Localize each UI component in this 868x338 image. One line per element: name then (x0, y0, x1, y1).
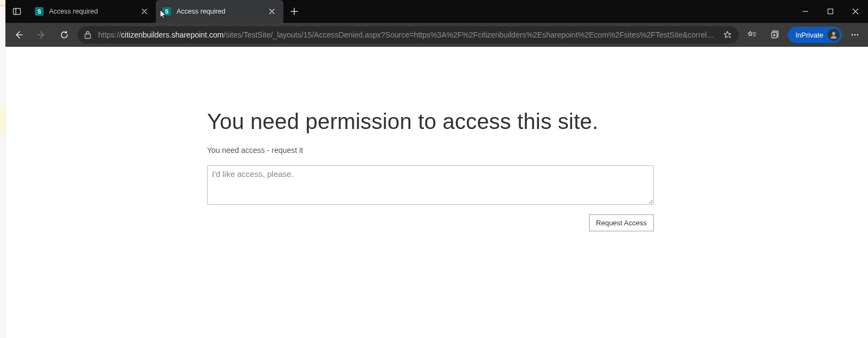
tab-actions-button[interactable] (5, 0, 28, 23)
panel-icon (13, 7, 21, 16)
svg-point-9 (857, 34, 859, 36)
background-window-sliver (0, 0, 5, 338)
close-icon (852, 8, 859, 15)
address-bar[interactable]: https://citizenbuilders.sharepoint.com/s… (77, 26, 739, 44)
settings-menu-button[interactable] (845, 26, 865, 44)
close-icon (269, 9, 275, 14)
refresh-icon (59, 30, 69, 40)
tab-close-button[interactable] (267, 7, 277, 16)
sharepoint-favicon-icon: S (35, 7, 44, 16)
ellipsis-icon (850, 30, 860, 40)
tab-1[interactable]: S Access required (28, 0, 156, 23)
tab-title: Access required (177, 8, 262, 15)
nav-back-button[interactable] (9, 26, 28, 44)
nav-forward-button[interactable] (32, 26, 51, 44)
svg-point-6 (832, 32, 835, 35)
tab-title: Access required (49, 8, 134, 15)
url-host: citizenbuilders.sharepoint.com (121, 30, 223, 39)
svg-point-7 (852, 34, 853, 36)
plus-icon (290, 8, 298, 15)
action-row: Request Access (207, 214, 654, 231)
inprivate-label: InPrivate (796, 31, 823, 39)
request-access-button[interactable]: Request Access (589, 214, 654, 231)
lock-icon (84, 30, 93, 39)
avatar-icon (828, 29, 840, 41)
star-lines-icon (747, 30, 757, 40)
tab-strip: S Access required S Access required (5, 0, 868, 23)
tab-close-button[interactable] (139, 7, 149, 16)
window-minimize-button[interactable] (793, 0, 818, 23)
address-url: https://citizenbuilders.sharepoint.com/s… (98, 30, 717, 39)
collections-button[interactable] (765, 26, 785, 44)
svg-rect-2 (828, 9, 833, 14)
profile-inprivate-pill[interactable]: InPrivate (788, 27, 842, 43)
collections-icon (770, 30, 780, 40)
browser-toolbar: https://citizenbuilders.sharepoint.com/s… (5, 23, 868, 47)
browser-window: S Access required S Access required (5, 0, 868, 338)
window-close-button[interactable] (843, 0, 868, 23)
page-heading: You need permission to access this site. (207, 109, 654, 134)
maximize-icon (827, 8, 834, 15)
access-denied-panel: You need permission to access this site.… (207, 109, 654, 231)
url-path: /sites/TestSite/_layouts/15/AccessDenied… (223, 30, 714, 39)
close-icon (142, 9, 147, 14)
favorite-button[interactable] (723, 30, 732, 40)
url-scheme: https:// (98, 30, 121, 39)
svg-point-8 (854, 34, 856, 36)
svg-rect-3 (85, 34, 90, 39)
access-reason-textarea[interactable] (207, 165, 654, 205)
svg-rect-0 (14, 9, 21, 15)
nav-refresh-button[interactable] (54, 26, 74, 44)
tab-2[interactable]: S Access required (156, 0, 283, 23)
page-viewport: You need permission to access this site.… (5, 47, 868, 338)
minimize-icon (802, 8, 809, 15)
favorites-button[interactable] (742, 26, 762, 44)
new-tab-button[interactable] (283, 0, 305, 23)
tabstrip-spacer (305, 0, 793, 23)
arrow-right-icon (37, 30, 46, 40)
sharepoint-favicon-icon: S (162, 7, 171, 16)
arrow-left-icon (14, 30, 23, 40)
window-maximize-button[interactable] (818, 0, 843, 23)
page-subtext: You need access - request it (207, 146, 654, 155)
star-plus-icon (723, 30, 732, 40)
